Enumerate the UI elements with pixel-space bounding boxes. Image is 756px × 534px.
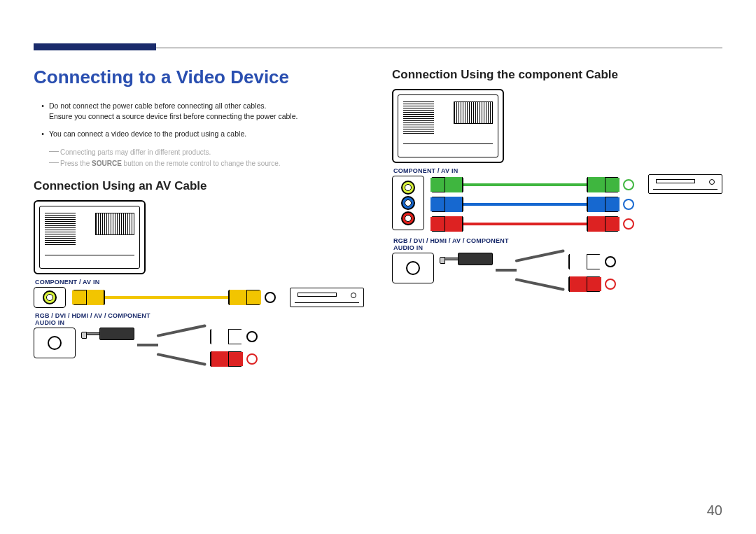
bullet-text: Do not connect the power cable before co… xyxy=(49,101,298,122)
port-label-component: COMPONENT / AV IN xyxy=(35,279,364,286)
tv-back-icon xyxy=(34,200,146,274)
rca-plug-icon xyxy=(587,197,619,212)
video-device-icon xyxy=(648,174,722,194)
component-audio-row xyxy=(392,253,722,293)
jack-ring-icon xyxy=(623,218,634,230)
main-heading: Connecting to a Video Device xyxy=(34,66,364,88)
port-label-component: COMPONENT / AV IN xyxy=(393,167,722,174)
sub-heading-component: Connection Using the component Cable xyxy=(392,68,722,82)
note-line: Press the SOURCE button on the remote co… xyxy=(49,158,364,169)
bullet-list: • Do not connect the power cable before … xyxy=(36,101,364,140)
audio-jack-box xyxy=(392,253,434,283)
rca-plug-icon xyxy=(568,276,601,292)
rca-plug-icon xyxy=(431,197,463,212)
jack-ring-icon xyxy=(623,179,634,190)
dash-icon xyxy=(49,151,59,152)
rca-jack-icon xyxy=(43,290,57,304)
diagram-component: COMPONENT / AV IN xyxy=(392,89,722,293)
rca-plug-icon xyxy=(568,254,601,269)
cable-wire xyxy=(462,203,588,206)
cable-wire xyxy=(462,183,588,186)
rca-plug-icon xyxy=(210,329,242,344)
rca-cable-white xyxy=(568,253,616,271)
rca-jack-icon xyxy=(401,196,415,210)
audio-jack-box xyxy=(34,328,76,358)
note-text: Press the SOURCE button on the remote co… xyxy=(60,158,281,169)
audio-plug-icon xyxy=(458,253,493,265)
port-label-audio: RGB / DVI / HDMI / AV / COMPONENT AUDIO … xyxy=(393,237,722,251)
rca-cable-white xyxy=(210,328,258,346)
diagram-av: COMPONENT / AV IN RGB / DVI / HDMI / AV … xyxy=(34,200,364,368)
cable-splitter-icon xyxy=(496,253,566,288)
tv-back-icon xyxy=(392,89,504,163)
rca-plug-icon xyxy=(73,290,105,305)
jack-ring-icon xyxy=(623,199,634,210)
dash-icon xyxy=(49,162,59,163)
bullet-dot-icon: • xyxy=(36,101,49,122)
rca-cable-red xyxy=(210,350,258,368)
jack-ring-icon xyxy=(605,256,616,267)
bullet-dot-icon: • xyxy=(36,129,49,139)
note-pre: Press the xyxy=(60,160,92,167)
jack-ring-icon xyxy=(605,279,616,290)
right-column: Connection Using the component Cable COM… xyxy=(392,66,722,368)
port-label-audio: RGB / DVI / HDMI / AV / COMPONENT AUDIO … xyxy=(35,312,364,326)
av-audio-row xyxy=(34,328,364,368)
rca-jack-icon xyxy=(401,181,415,195)
rca-plug-icon xyxy=(431,177,463,192)
jack-ring-icon xyxy=(246,331,258,342)
cable-wire xyxy=(462,223,588,225)
rca-cable-green xyxy=(431,176,634,194)
jack-ring-icon xyxy=(265,292,276,303)
jack-ring-icon xyxy=(246,353,258,365)
page-number: 40 xyxy=(707,503,722,519)
av-video-row xyxy=(34,287,364,308)
rca-plug-icon xyxy=(587,177,619,192)
audio-plug-icon xyxy=(99,328,134,340)
rca-plug-icon xyxy=(228,290,260,305)
bullet-item: • Do not connect the power cable before … xyxy=(36,101,364,122)
left-column: Connecting to a Video Device • Do not co… xyxy=(34,66,364,368)
jack-column xyxy=(392,176,424,230)
rca-jack-icon xyxy=(401,211,415,225)
note-post: button on the remote control to change t… xyxy=(122,160,281,167)
sub-heading-av: Connection Using an AV Cable xyxy=(34,179,364,193)
rca-cable-red xyxy=(568,275,616,293)
rca-plug-icon xyxy=(210,351,242,367)
rca-cable-yellow xyxy=(73,288,276,307)
jack-column xyxy=(34,287,66,308)
rca-cable-blue xyxy=(431,195,634,213)
video-device-icon xyxy=(290,288,364,307)
cable-wire xyxy=(104,296,230,299)
rca-plug-icon xyxy=(431,216,463,232)
notes-block: Connecting parts may differ in different… xyxy=(49,147,364,169)
rca-plug-icon xyxy=(587,216,619,232)
component-video-row xyxy=(392,176,722,233)
bullet-item: • You can connect a video device to the … xyxy=(36,129,364,139)
header-marker xyxy=(34,43,156,50)
note-bold: SOURCE xyxy=(92,160,122,167)
cable-splitter-icon xyxy=(137,328,207,363)
note-line: Connecting parts may differ in different… xyxy=(49,147,364,158)
bullet-text: You can connect a video device to the pr… xyxy=(49,129,246,139)
rca-cable-red xyxy=(431,215,634,233)
note-text: Connecting parts may differ in different… xyxy=(60,147,211,158)
